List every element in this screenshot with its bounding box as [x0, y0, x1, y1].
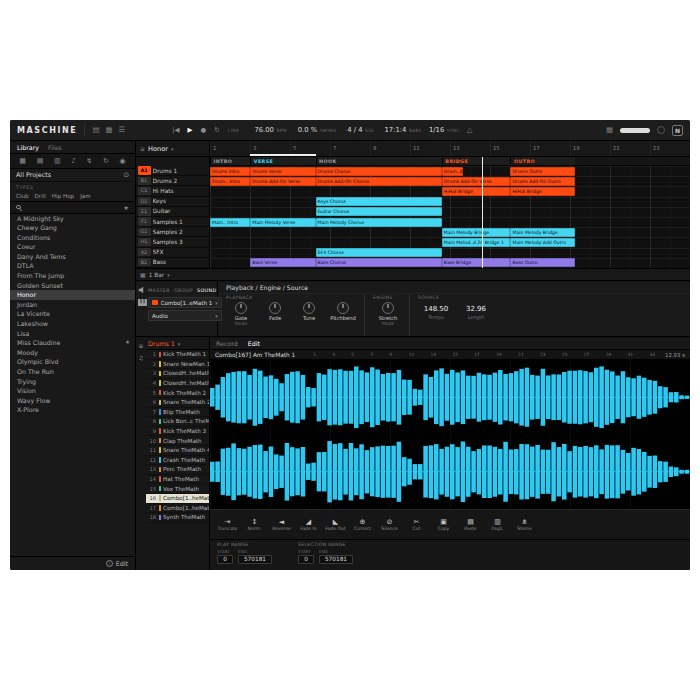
- clip[interactable]: HiHat Bridge: [442, 187, 511, 196]
- track-row[interactable]: A2 SFX: [136, 248, 209, 258]
- clip[interactable]: Keys Chorus: [316, 197, 442, 206]
- editor-ruler[interactable]: 13579111315171921232527293133: [303, 352, 665, 357]
- project-list-item[interactable]: A Midnight Sky ★: [10, 214, 135, 224]
- pad-list-item[interactable]: 7 Blip TheMath: [146, 408, 209, 418]
- clip[interactable]: Drums Intro: [210, 167, 250, 176]
- projects-filter-icon[interactable]: ▦: [19, 157, 26, 165]
- pad-list-item[interactable]: 8 Lick Bon..c TheMath: [146, 417, 209, 427]
- copy-button[interactable]: ▣ Copy: [430, 518, 457, 531]
- metronome-icon[interactable]: △: [467, 126, 473, 134]
- edit-button[interactable]: Edit: [116, 560, 128, 567]
- clip[interactable]: Drums Add-On Outro: [510, 177, 574, 186]
- pad-list-item[interactable]: 18 Synth TheMath: [146, 513, 209, 523]
- project-list-item[interactable]: Dany And Tems ★: [10, 252, 135, 262]
- project-list-item[interactable]: Olympic Blvd ★: [10, 357, 135, 367]
- input-selector[interactable]: Audio ▾: [148, 310, 222, 321]
- section-hook[interactable]: HOOK: [316, 157, 442, 165]
- project-list-item[interactable]: Moody ★: [10, 348, 135, 358]
- parameter-knob[interactable]: [337, 302, 349, 314]
- type-tag[interactable]: Club: [16, 193, 29, 199]
- clip[interactable]: Guitar Chorus: [316, 207, 442, 216]
- clip[interactable]: Drum.. Intro: [210, 177, 250, 186]
- pad-list-item[interactable]: 4 ClosedH..heMath 2: [146, 379, 209, 389]
- selection-range-start-input[interactable]: 0: [298, 555, 314, 564]
- link-toggle[interactable]: LINK: [228, 128, 240, 133]
- arranger-grid[interactable]: Drums IntroDrums VerseDrums ChorusDrum..…: [210, 166, 690, 268]
- track-row[interactable]: B2 Bass: [136, 258, 209, 268]
- plugin-panel-title[interactable]: Playback / Engine / Source: [218, 282, 690, 294]
- master-volume-slider[interactable]: [620, 128, 650, 133]
- parameter-knob[interactable]: [269, 302, 281, 314]
- clip[interactable]: Drums Add-On Chorus: [316, 177, 442, 186]
- mixer-view-icon[interactable]: ☰: [119, 126, 126, 134]
- clip[interactable]: Bass Verse: [250, 258, 315, 267]
- timeline-ruler[interactable]: 1357911131517192123: [210, 141, 690, 156]
- loop-button[interactable]: ↻: [214, 126, 219, 134]
- clip[interactable]: Drums Verse: [250, 167, 315, 176]
- track-slot[interactable]: A2: [138, 248, 151, 256]
- sound-selector[interactable]: Combo[1..eMath 1 ▾: [148, 297, 222, 308]
- type-tag[interactable]: Drill: [35, 193, 46, 199]
- project-list-item[interactable]: La Vicente ★: [10, 309, 135, 319]
- project-list-item[interactable]: On The Run ★: [10, 367, 135, 377]
- browser-tab[interactable]: Library: [17, 144, 39, 151]
- waveform-display[interactable]: [210, 360, 690, 509]
- section-verse[interactable]: VERSE: [250, 157, 315, 165]
- loops-filter-icon[interactable]: ↻: [103, 157, 109, 165]
- clip[interactable]: Main Melod..d 2n Bridge 1: [442, 238, 511, 247]
- pad-list-item[interactable]: 3 ClosedH..heMath 1: [146, 369, 209, 379]
- pad-list-item[interactable]: 2 Snare NewMan 1: [146, 360, 209, 370]
- duplicate-button[interactable]: ▥ Dupl.: [484, 518, 511, 531]
- clip[interactable]: SFX Chorus: [316, 248, 442, 257]
- clip[interactable]: Bass Chorus: [316, 258, 442, 267]
- section-outro[interactable]: OUTRO: [510, 157, 574, 165]
- project-list-item[interactable]: Coeur ★: [10, 242, 135, 252]
- project-list-item[interactable]: Lakeshow ★: [10, 319, 135, 329]
- type-tag[interactable]: Jam: [80, 193, 91, 199]
- clip[interactable]: HiHat Bridge: [510, 187, 574, 196]
- clip[interactable]: Bass Outro: [510, 258, 574, 267]
- clip[interactable]: Main Melody Chorus: [316, 218, 442, 227]
- record-button[interactable]: ●: [201, 126, 207, 134]
- parameter-knob[interactable]: [303, 302, 315, 314]
- track-row[interactable]: F1 Samples 1: [136, 217, 209, 227]
- grid-setting[interactable]: 1 Bar: [149, 272, 164, 278]
- track-row[interactable]: G1 Samples 2: [136, 227, 209, 237]
- project-list-item[interactable]: Vision ★: [10, 386, 135, 396]
- track-slot[interactable]: A1: [138, 166, 151, 174]
- track-slot[interactable]: D1: [138, 197, 151, 205]
- clip[interactable]: Main Melody Bridge: [510, 228, 574, 237]
- track-slot[interactable]: H1: [138, 238, 151, 246]
- pad-list-item[interactable]: 11 Snare TheMath 4: [146, 446, 209, 456]
- pad-list-item[interactable]: 9 Kick TheMath 3: [146, 427, 209, 437]
- track-slot[interactable]: B1: [138, 177, 151, 185]
- silence-button[interactable]: ⊘ Silence: [376, 518, 403, 531]
- editor-tab[interactable]: Record: [216, 340, 238, 347]
- track-row[interactable]: E1 Guitar: [136, 207, 209, 217]
- groups-filter-icon[interactable]: ▤: [37, 157, 44, 165]
- project-list-item[interactable]: Conditions ★: [10, 233, 135, 243]
- project-list-item[interactable]: From The Jump ★: [10, 271, 135, 281]
- fade-in-button[interactable]: ◢ Fade In: [295, 518, 322, 531]
- track-slot[interactable]: E1: [138, 207, 151, 215]
- fade-out-button[interactable]: ◣ Fade Out: [322, 518, 349, 531]
- pad-list-item[interactable]: 14 Hat TheMath: [146, 475, 209, 485]
- pad-list-item[interactable]: 12 Crash TheMath: [146, 456, 209, 466]
- clip[interactable]: Main Melody Add Outro: [510, 238, 574, 247]
- reverse-button[interactable]: ◄ Reverse: [268, 518, 295, 531]
- project-list-item[interactable]: Honor ★: [10, 290, 135, 300]
- project-list-item[interactable]: X-Plore ★: [10, 405, 135, 415]
- paste-button[interactable]: ▤ Paste: [457, 518, 484, 531]
- cut-button[interactable]: ✂ Cut: [403, 518, 430, 531]
- selection-range-end-input[interactable]: 570181: [319, 555, 353, 564]
- project-list-item[interactable]: DTLA ★: [10, 261, 135, 271]
- eye-icon[interactable]: ⊙: [123, 171, 129, 179]
- project-list-item[interactable]: Lisa ★: [10, 329, 135, 339]
- pad-list-item[interactable]: 1 Kick TheMath 1: [146, 350, 209, 360]
- track-slot[interactable]: F1: [138, 217, 151, 225]
- project-list-item[interactable]: Chewy Gang ★: [10, 223, 135, 233]
- group-header[interactable]: Drums 1 ▾: [146, 338, 209, 350]
- sync-setting[interactable]: 1/16 SYNC: [429, 126, 460, 134]
- browser-panel-icon[interactable]: ▤: [92, 126, 99, 134]
- playhead[interactable]: [482, 157, 483, 268]
